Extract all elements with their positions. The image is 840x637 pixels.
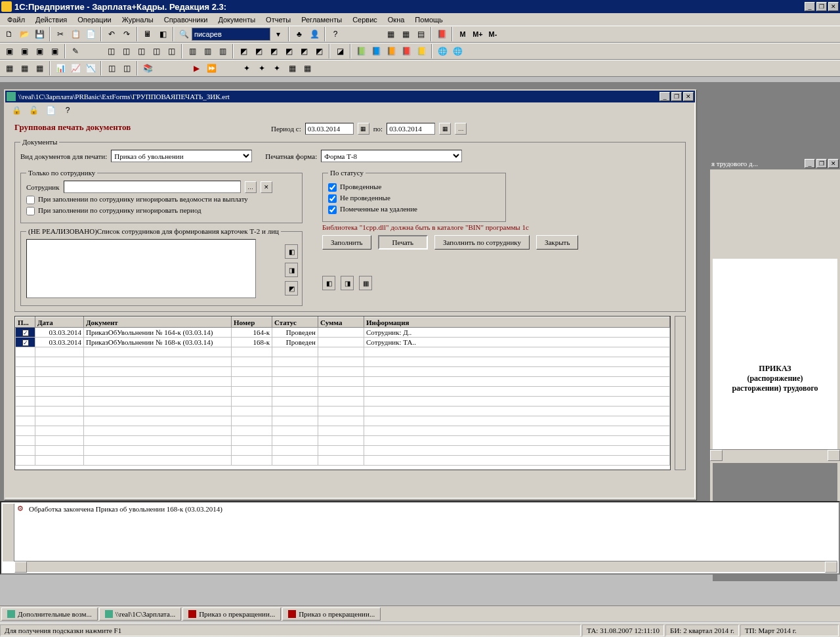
in-help-icon[interactable]: ? xyxy=(60,103,75,118)
doc-type-select[interactable]: Приказ об увольнении xyxy=(111,150,252,162)
bk3-icon[interactable]: 📙 xyxy=(384,44,398,58)
col-sum[interactable]: Сумма xyxy=(318,317,364,328)
grid-tool2[interactable]: ◨ xyxy=(341,276,354,290)
tb-c-icon[interactable]: ▤ xyxy=(413,27,428,41)
t2-1-icon[interactable]: ▣ xyxy=(2,44,16,58)
t2-a-icon[interactable]: ▥ xyxy=(185,44,200,58)
person-icon[interactable]: 👤 xyxy=(307,27,322,41)
chk-neprov[interactable] xyxy=(328,194,337,203)
menu-actions[interactable]: Действия xyxy=(31,14,72,25)
chk-prov[interactable] xyxy=(328,183,337,192)
t2-5-icon[interactable]: ◫ xyxy=(104,44,118,58)
bk4-icon[interactable]: 📕 xyxy=(399,44,413,58)
emp-input[interactable] xyxy=(64,181,241,193)
doc2-hscroll[interactable] xyxy=(710,449,840,460)
inner-close[interactable]: ✕ xyxy=(683,92,694,101)
grid-tool3[interactable]: ▦ xyxy=(359,276,372,290)
close-form-button[interactable]: Закрыть xyxy=(536,235,578,250)
paste-icon[interactable]: 📄 xyxy=(83,27,98,41)
close-button[interactable]: ✕ xyxy=(828,2,839,11)
col-date[interactable]: Дата xyxy=(35,317,84,328)
menu-windows[interactable]: Окна xyxy=(383,14,410,25)
t2-i-icon[interactable]: ◩ xyxy=(312,44,326,58)
t2-6-icon[interactable]: ◫ xyxy=(119,44,133,58)
undo-icon[interactable]: ↶ xyxy=(104,27,119,41)
t2-d-icon[interactable]: ◩ xyxy=(236,44,251,58)
menu-reglam[interactable]: Регламенты xyxy=(297,14,346,25)
help-icon[interactable]: ? xyxy=(328,27,343,41)
print-form-select[interactable]: Форма Т-8 xyxy=(321,150,462,162)
menu-file[interactable]: Файл xyxy=(3,14,30,25)
inner-min[interactable]: _ xyxy=(660,92,670,101)
t2-j-icon[interactable]: ◪ xyxy=(333,44,347,58)
chk-ignore-ved[interactable] xyxy=(26,196,35,204)
bk5-icon[interactable]: 📒 xyxy=(414,44,429,58)
t2-g-icon[interactable]: ◩ xyxy=(282,44,296,58)
table-row[interactable] xyxy=(16,397,670,406)
grid-tool1[interactable]: ◧ xyxy=(322,276,335,290)
wintab-0[interactable]: Дополнительные возм... xyxy=(1,607,98,621)
table-row[interactable] xyxy=(16,387,670,397)
play1-icon[interactable]: ▶ xyxy=(189,61,203,76)
col-num[interactable]: Номер xyxy=(232,317,272,328)
copy-icon[interactable]: 📋 xyxy=(68,27,83,41)
pen-icon[interactable]: ✎ xyxy=(68,44,83,58)
dropdown-icon[interactable]: ▾ xyxy=(271,27,285,41)
period-to-input[interactable] xyxy=(387,123,435,135)
cut-icon[interactable]: ✂ xyxy=(53,27,68,41)
gl2-icon[interactable]: 🌐 xyxy=(450,44,465,58)
period-to-cal-icon[interactable]: ▦ xyxy=(439,123,451,135)
t2-b-icon[interactable]: ▥ xyxy=(200,44,215,58)
t3-a-icon[interactable]: ◫ xyxy=(104,61,119,76)
fill-button[interactable]: Заполнить xyxy=(322,235,371,250)
t3-c-icon[interactable]: ✦ xyxy=(240,61,254,76)
t2-c-icon[interactable]: ▥ xyxy=(215,44,230,58)
t3-book-icon[interactable]: 📚 xyxy=(140,61,155,76)
t3-f-icon[interactable]: ▦ xyxy=(285,61,299,76)
t2-4-icon[interactable]: ▣ xyxy=(47,44,62,58)
new-icon[interactable]: 🗋 xyxy=(2,27,16,41)
doc2-min[interactable]: _ xyxy=(805,159,815,168)
menu-service[interactable]: Сервис xyxy=(348,14,382,25)
gl1-icon[interactable]: 🌐 xyxy=(435,44,450,58)
tb-a-icon[interactable]: ▦ xyxy=(383,27,398,41)
bk1-icon[interactable]: 📗 xyxy=(354,44,368,58)
table-row[interactable] xyxy=(16,367,670,377)
tool-icon[interactable]: ◧ xyxy=(156,27,170,41)
table-row[interactable] xyxy=(16,347,670,357)
menu-reports[interactable]: Отчеты xyxy=(261,14,295,25)
table-row[interactable] xyxy=(16,406,670,416)
chart2-icon[interactable]: 📈 xyxy=(68,61,83,76)
calc-icon[interactable]: 🖩 xyxy=(140,27,155,41)
doc2-close[interactable]: ✕ xyxy=(828,159,839,168)
table-row[interactable] xyxy=(16,446,670,456)
table-row[interactable] xyxy=(16,377,670,387)
table-row[interactable]: ✓03.03.2014ПриказОбУвольнении № 168-к (0… xyxy=(16,338,670,347)
t3-b-icon[interactable]: ◫ xyxy=(119,61,134,76)
find-icon[interactable]: 🔍 xyxy=(177,27,191,41)
fill-emp-button[interactable]: Заполнить по сотруднику xyxy=(434,235,530,250)
t3-3-icon[interactable]: ▦ xyxy=(32,61,47,76)
t2-e-icon[interactable]: ◩ xyxy=(251,44,266,58)
chk-ignore-period[interactable] xyxy=(26,207,35,215)
t3-1-icon[interactable]: ▦ xyxy=(2,61,16,76)
menu-journals[interactable]: Журналы xyxy=(117,14,158,25)
t3-d-icon[interactable]: ✦ xyxy=(255,61,269,76)
menu-refs[interactable]: Справочники xyxy=(159,14,213,25)
tree-icon[interactable]: ♣ xyxy=(292,27,306,41)
t3-g-icon[interactable]: ▦ xyxy=(300,61,314,76)
chk-del[interactable] xyxy=(328,206,337,214)
documents-grid[interactable]: П... Дата Документ Номер Статус Сумма Ин… xyxy=(14,316,671,470)
period-from-input[interactable] xyxy=(305,123,354,135)
t3-2-icon[interactable]: ▦ xyxy=(17,61,32,76)
t2-2-icon[interactable]: ▣ xyxy=(17,44,32,58)
in-t2-icon[interactable]: 🔓 xyxy=(26,103,41,118)
col-status[interactable]: Статус xyxy=(272,317,318,328)
t2-f-icon[interactable]: ◩ xyxy=(266,44,281,58)
print-button[interactable]: Печать xyxy=(378,235,429,250)
table-row[interactable] xyxy=(16,456,670,466)
table-row[interactable]: ✓03.03.2014ПриказОбУвольнении № 164-к (0… xyxy=(16,328,670,338)
redo-icon[interactable]: ↷ xyxy=(119,27,134,41)
open-icon[interactable]: 📂 xyxy=(17,27,32,41)
search-combo[interactable] xyxy=(192,28,270,41)
